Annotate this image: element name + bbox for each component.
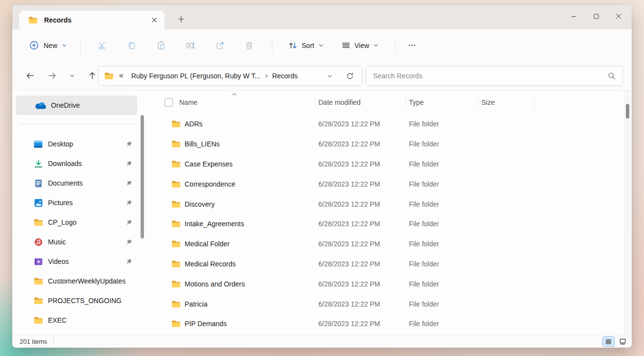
address-dropdown-button[interactable]: [327, 73, 333, 79]
sidebar-item-documents[interactable]: Documents: [16, 173, 137, 193]
recent-locations-button[interactable]: [70, 73, 75, 78]
folder-icon: [32, 316, 44, 324]
share-button[interactable]: [210, 36, 230, 55]
sidebar-item-videos[interactable]: Videos: [16, 252, 137, 271]
view-label: View: [355, 42, 369, 49]
column-header-name[interactable]: Name: [149, 98, 318, 107]
file-name: PIP Demands: [185, 320, 227, 328]
folder-icon: [171, 160, 181, 168]
sidebar-scrollbar[interactable]: [141, 115, 144, 238]
folder-icon: [171, 180, 181, 188]
search-box: [366, 66, 623, 86]
sidebar-item-pictures[interactable]: Pictures: [16, 193, 137, 213]
maximize-button[interactable]: [585, 5, 607, 27]
breadcrumb-segment[interactable]: Ruby Ferguson PL (Ferguson, Ruby W T...: [128, 72, 264, 80]
forward-button[interactable]: [48, 71, 57, 80]
sidebar-item-music[interactable]: Music: [16, 232, 137, 252]
file-name: Medical Folder: [185, 240, 230, 248]
search-icon: [607, 71, 616, 80]
tab-close-button[interactable]: [148, 14, 161, 26]
file-name: Case Expenses: [185, 160, 233, 168]
chevron-down-icon: [318, 43, 324, 48]
column-separator[interactable]: [534, 97, 535, 108]
folder-icon: [171, 320, 181, 328]
up-button[interactable]: [88, 71, 97, 80]
new-button[interactable]: New: [24, 36, 72, 55]
toolbar-divider: [80, 38, 81, 53]
search-button[interactable]: [607, 71, 616, 80]
sidebar-item-label: Pictures: [48, 199, 73, 207]
file-name: Bills_LIENs: [185, 140, 220, 148]
cut-button[interactable]: [93, 36, 112, 55]
file-row[interactable]: Discovery6/28/2023 12:22 PMFile folder: [149, 194, 632, 214]
vertical-scrollbar[interactable]: [624, 91, 631, 334]
details-view-toggle[interactable]: [602, 336, 615, 347]
address-row: « Ruby Ferguson PL (Ferguson, Ruby W T..…: [12, 61, 632, 91]
file-name: Medical Records: [185, 260, 236, 268]
sidebar-item-customerweeklyupdates[interactable]: CustomerWeeklyUpdates: [16, 271, 137, 291]
pin-icon: [126, 180, 137, 187]
file-name: Discovery: [185, 200, 215, 208]
large-icons-view-toggle[interactable]: [617, 336, 629, 347]
file-row[interactable]: ADRs6/28/2023 12:22 PMFile folder: [149, 114, 632, 134]
sidebar-item-projects-ongoing[interactable]: PROJECTS_ONGOING: [16, 291, 137, 310]
rename-button[interactable]: [181, 36, 200, 55]
delete-button[interactable]: [239, 36, 259, 55]
search-input[interactable]: [366, 72, 607, 80]
chevron-down-icon: [62, 43, 67, 48]
refresh-button[interactable]: [346, 72, 354, 80]
folder-icon: [171, 240, 181, 248]
ellipsis-icon: [407, 41, 417, 50]
file-row[interactable]: PIP Demands6/28/2023 12:22 PMFile folder: [149, 314, 632, 334]
tab-records[interactable]: Records: [19, 11, 165, 29]
breadcrumb-collapsed-button[interactable]: «: [119, 71, 123, 80]
file-row[interactable]: Medical Records6/28/2023 12:22 PMFile fo…: [149, 254, 632, 274]
file-name: Correspondence: [185, 180, 236, 188]
sort-button[interactable]: Sort: [282, 36, 330, 55]
chevron-down-icon: [70, 73, 75, 78]
file-row[interactable]: Bills_LIENs6/28/2023 12:22 PMFile folder: [149, 134, 632, 154]
column-header-type[interactable]: Type: [409, 98, 481, 106]
copy-button[interactable]: [122, 36, 142, 55]
file-row[interactable]: Correspondence6/28/2023 12:22 PMFile fol…: [149, 174, 632, 194]
column-header-size[interactable]: Size: [481, 98, 538, 106]
back-button[interactable]: [25, 71, 35, 80]
close-icon: [616, 13, 621, 19]
more-options-button[interactable]: [403, 36, 422, 55]
file-date-modified: 6/28/2023 12:22 PM: [318, 240, 409, 248]
column-separator[interactable]: [315, 97, 315, 108]
folder-icon: [32, 218, 44, 226]
column-separator[interactable]: [478, 97, 478, 108]
sidebar-item-onedrive[interactable]: OneDrive: [16, 95, 137, 115]
pin-icon: [126, 141, 137, 147]
scrollbar-thumb[interactable]: [626, 104, 629, 119]
sidebar-item-downloads[interactable]: Downloads: [16, 154, 137, 173]
file-row[interactable]: Patricia6/28/2023 12:22 PMFile folder: [149, 294, 632, 314]
sidebar-item-label: OneDrive: [51, 101, 80, 109]
minimize-button[interactable]: [562, 5, 585, 27]
select-all-checkbox[interactable]: [165, 98, 173, 107]
close-icon: [151, 17, 157, 23]
address-bar[interactable]: « Ruby Ferguson PL (Ferguson, Ruby W T..…: [98, 66, 362, 86]
sidebar-item-desktop[interactable]: Desktop: [16, 134, 137, 154]
file-row[interactable]: Intake_Agreements6/28/2023 12:22 PMFile …: [149, 214, 632, 234]
file-type: File folder: [409, 220, 481, 228]
folder-icon: [171, 140, 181, 148]
file-row[interactable]: Medical Folder6/28/2023 12:22 PMFile fol…: [149, 234, 632, 254]
column-separator[interactable]: [405, 97, 406, 108]
new-tab-button[interactable]: [174, 13, 189, 25]
view-button[interactable]: View: [335, 36, 384, 55]
file-row[interactable]: Case Expenses6/28/2023 12:22 PMFile fold…: [149, 154, 632, 174]
file-row[interactable]: Motions and Orders6/28/2023 12:22 PMFile…: [149, 274, 632, 294]
sidebar-item-exec[interactable]: EXEC: [16, 310, 137, 330]
paste-button[interactable]: [151, 36, 171, 55]
close-button[interactable]: [607, 5, 630, 27]
breadcrumb-segment[interactable]: Records: [269, 72, 301, 80]
arrow-right-icon: [48, 71, 57, 80]
file-date-modified: 6/28/2023 12:22 PM: [318, 140, 409, 148]
sidebar-item-cp-logo[interactable]: CP_Logo: [16, 213, 137, 232]
file-date-modified: 6/28/2023 12:22 PM: [318, 200, 409, 208]
column-header-date-modified[interactable]: Date modified: [318, 98, 409, 106]
onedrive-icon: [35, 102, 47, 109]
chevron-down-icon: [373, 43, 379, 48]
